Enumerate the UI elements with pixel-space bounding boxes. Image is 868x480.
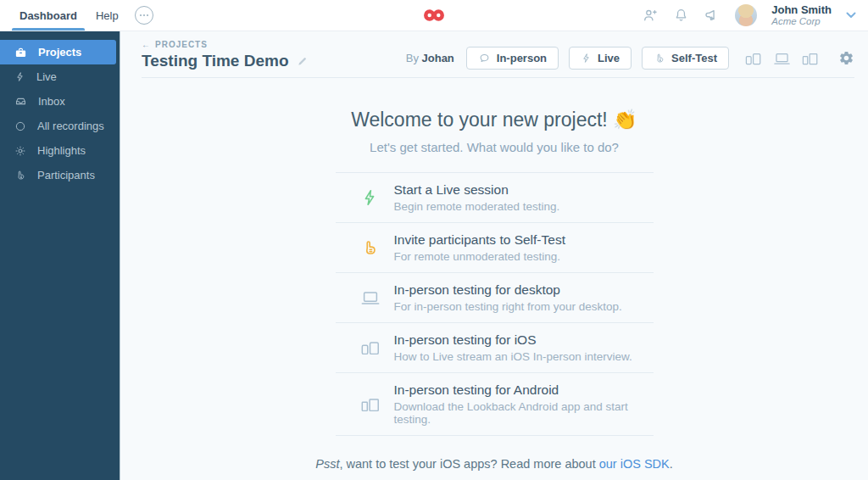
more-menu-button[interactable] xyxy=(135,6,153,25)
footer-text: , want to test your iOS apps? Read more … xyxy=(339,457,598,471)
action-text: In-person testing for Android Download t… xyxy=(394,382,654,426)
hand-icon xyxy=(360,237,381,258)
action-text: Invite participants to Self-Test For rem… xyxy=(394,232,565,263)
ios-sdk-link[interactable]: our iOS SDK xyxy=(599,457,670,471)
action-text: In-person testing for desktop For in-per… xyxy=(394,282,622,313)
action-title: Start a Live session xyxy=(394,182,560,198)
invite-user-icon[interactable] xyxy=(642,7,659,24)
action-title: Invite participants to Self-Test xyxy=(394,232,565,248)
settings-gear-icon[interactable] xyxy=(838,50,854,66)
ios-devices-icon[interactable] xyxy=(744,51,763,66)
top-nav: Dashboard Help xyxy=(0,0,153,31)
sidebar-item-highlights[interactable]: Highlights xyxy=(0,138,116,163)
button-label: In-person xyxy=(497,52,547,64)
action-subtitle: Download the Lookback Android app and st… xyxy=(394,400,654,426)
project-header: ← PROJECTS Testing Time Demo By Johan xyxy=(120,31,868,78)
edit-pencil-icon[interactable] xyxy=(297,55,309,67)
sidebar-item-projects[interactable]: Projects xyxy=(0,40,116,64)
breadcrumb[interactable]: ← PROJECTS xyxy=(142,40,208,49)
sidebar-item-label: Inbox xyxy=(38,95,65,108)
byline: By Johan xyxy=(406,52,454,64)
user-menu-chevron-down-icon[interactable] xyxy=(846,12,856,19)
nav-dashboard-label: Dashboard xyxy=(19,9,77,22)
button-label: Self-Test xyxy=(671,52,717,64)
desktop-icon[interactable] xyxy=(772,51,792,66)
lightning-icon xyxy=(14,70,25,83)
action-title: In-person testing for desktop xyxy=(394,282,622,298)
action-in-person-android[interactable]: In-person testing for Android Download t… xyxy=(336,372,654,436)
device-filter-icons xyxy=(744,51,820,66)
action-in-person-desktop[interactable]: In-person testing for desktop For in-per… xyxy=(336,272,654,322)
nav-dashboard[interactable]: Dashboard xyxy=(10,0,86,31)
action-start-live-session[interactable]: Start a Live session Begin remote modera… xyxy=(336,172,654,222)
sidebar-item-all-recordings[interactable]: All recordings xyxy=(0,114,116,138)
user-avatar[interactable] xyxy=(735,4,757,26)
android-devices-icon[interactable] xyxy=(801,51,820,66)
action-subtitle: Begin remote moderated testing. xyxy=(394,200,560,213)
footer-psst: Psst xyxy=(315,457,339,471)
sidebar-item-live[interactable]: Live xyxy=(0,64,116,89)
ellipsis-icon xyxy=(139,14,149,17)
action-subtitle: For remote unmoderated testing. xyxy=(394,250,565,263)
action-subtitle: For in-person testing right from your de… xyxy=(394,300,622,313)
hand-icon xyxy=(14,169,26,181)
app-shell: Projects Live Inbox All recordings xyxy=(0,31,868,480)
action-list: Start a Live session Begin remote modera… xyxy=(336,172,654,436)
sidebar-item-label: Participants xyxy=(37,169,95,181)
clapping-hands-emoji: 👏 xyxy=(613,109,637,131)
welcome-title: Welcome to your new project! 👏 xyxy=(120,109,868,131)
notifications-bell-icon[interactable] xyxy=(673,7,689,24)
breadcrumb-label: PROJECTS xyxy=(155,40,208,49)
phone-tablet-ios-icon xyxy=(360,338,381,357)
sidebar-item-label: All recordings xyxy=(37,120,104,132)
page-title: Testing Time Demo xyxy=(142,52,289,70)
action-title: In-person testing for Android xyxy=(394,382,654,398)
live-button[interactable]: Live xyxy=(569,47,632,70)
top-bar-right: John Smith Acme Corp xyxy=(642,0,868,31)
header-controls: By Johan In-person Live xyxy=(406,47,854,70)
sidebar-item-label: Highlights xyxy=(37,144,86,157)
title-row: Testing Time Demo xyxy=(142,52,309,70)
user-org: Acme Corp xyxy=(771,16,832,27)
top-bar: Dashboard Help xyxy=(0,0,868,31)
action-invite-self-test[interactable]: Invite participants to Self-Test For rem… xyxy=(336,222,654,272)
user-block[interactable]: John Smith Acme Corp xyxy=(771,4,832,27)
lightning-icon xyxy=(360,187,381,208)
speech-bubble-icon xyxy=(478,52,491,64)
briefcase-icon xyxy=(14,47,27,59)
action-text: Start a Live session Begin remote modera… xyxy=(394,182,560,213)
laptop-icon xyxy=(360,288,381,307)
action-text: In-person testing for iOS How to Live st… xyxy=(394,332,632,363)
action-in-person-ios[interactable]: In-person testing for iOS How to Live st… xyxy=(336,322,654,372)
action-title: In-person testing for iOS xyxy=(394,332,632,348)
in-person-button[interactable]: In-person xyxy=(466,47,559,70)
sidebar-item-label: Projects xyxy=(38,46,81,59)
sidebar-item-participants[interactable]: Participants xyxy=(0,163,116,187)
sun-icon xyxy=(14,145,26,157)
phone-tablet-android-icon xyxy=(360,395,381,414)
hand-icon xyxy=(654,52,665,64)
footer-note: Psst, want to test your iOS apps? Read m… xyxy=(120,457,868,471)
lookback-logo[interactable] xyxy=(423,8,446,22)
record-circle-icon xyxy=(14,120,26,132)
byline-prefix: By xyxy=(406,52,419,64)
infinity-logo-icon xyxy=(423,8,446,22)
button-label: Live xyxy=(598,52,620,64)
sidebar-item-label: Live xyxy=(36,70,57,83)
inbox-icon xyxy=(14,96,27,107)
self-test-button[interactable]: Self-Test xyxy=(642,47,729,70)
welcome-title-text: Welcome to your new project! xyxy=(351,109,608,131)
action-subtitle: How to Live stream an iOS In-person inte… xyxy=(394,350,632,363)
sidebar-item-inbox[interactable]: Inbox xyxy=(0,89,116,114)
sidebar: Projects Live Inbox All recordings xyxy=(0,31,120,480)
nav-help-label: Help xyxy=(96,9,119,22)
welcome-section: Welcome to your new project! 👏 Let's get… xyxy=(120,109,868,154)
announcements-megaphone-icon[interactable] xyxy=(704,7,721,24)
main-content: ← PROJECTS Testing Time Demo By Johan xyxy=(120,31,868,480)
byline-name: Johan xyxy=(422,52,454,64)
arrow-left-icon: ← xyxy=(142,40,151,49)
footer-period: . xyxy=(670,457,673,471)
nav-help[interactable]: Help xyxy=(86,0,128,31)
welcome-subtitle: Let's get started. What would you like t… xyxy=(120,140,868,154)
header-divider xyxy=(142,77,854,78)
